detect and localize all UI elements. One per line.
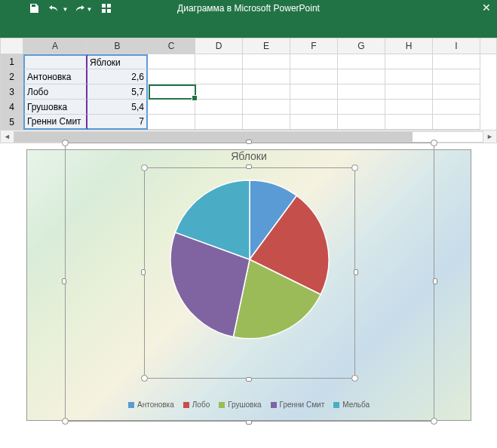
cell-c3[interactable] bbox=[148, 84, 195, 100]
resize-handle[interactable] bbox=[62, 418, 69, 425]
col-header-a[interactable]: A bbox=[23, 38, 87, 54]
row-header-5[interactable]: 5 bbox=[1, 115, 23, 130]
row-header-2[interactable]: 2 bbox=[1, 69, 23, 84]
resize-handle[interactable] bbox=[351, 164, 358, 171]
save-button[interactable] bbox=[23, 0, 45, 18]
cell[interactable] bbox=[433, 100, 480, 115]
col-header-d[interactable]: D bbox=[195, 38, 243, 54]
cell-c1[interactable] bbox=[148, 54, 195, 69]
scroll-right-arrow[interactable]: ► bbox=[483, 131, 496, 143]
cell-b3[interactable]: 5,7 bbox=[87, 84, 148, 100]
cell[interactable] bbox=[195, 84, 243, 100]
cell[interactable] bbox=[338, 54, 385, 69]
chart-legend[interactable]: АнтоновкаЛобоГрушовкаГренни СмитМельба bbox=[128, 400, 370, 409]
window-title: Диаграмма в Microsoft PowerPoint bbox=[177, 3, 320, 14]
cell[interactable] bbox=[243, 54, 290, 69]
legend-item[interactable]: Грушовка bbox=[219, 400, 261, 409]
legend-swatch bbox=[183, 402, 189, 408]
cell-b2[interactable]: 2,6 bbox=[87, 69, 148, 84]
resize-handle[interactable] bbox=[354, 269, 358, 275]
resize-handle[interactable] bbox=[62, 140, 69, 146]
cell[interactable] bbox=[243, 115, 290, 130]
col-header-b[interactable]: B bbox=[87, 38, 148, 54]
col-header-e[interactable]: E bbox=[243, 38, 290, 54]
cell-c2[interactable] bbox=[148, 69, 195, 84]
resize-handle[interactable] bbox=[431, 140, 437, 146]
cell[interactable] bbox=[385, 84, 433, 100]
cell[interactable] bbox=[338, 69, 385, 84]
cell[interactable] bbox=[195, 69, 243, 84]
cell[interactable] bbox=[433, 84, 480, 100]
undo-button[interactable]: ▼ bbox=[47, 0, 69, 18]
row-header-3[interactable]: 3 bbox=[1, 84, 23, 100]
resize-handle[interactable] bbox=[141, 164, 148, 171]
col-header-h[interactable]: H bbox=[385, 38, 433, 54]
cell[interactable] bbox=[195, 115, 243, 130]
select-all-corner[interactable] bbox=[1, 38, 23, 54]
qat-customize-button[interactable] bbox=[95, 0, 118, 18]
col-header-f[interactable]: F bbox=[290, 38, 338, 54]
legend-item[interactable]: Мельба bbox=[333, 400, 370, 409]
scroll-thumb[interactable] bbox=[14, 132, 413, 142]
cell-b1[interactable]: Яблоки bbox=[87, 54, 148, 69]
cell-a5[interactable]: Гренни Смит bbox=[23, 115, 87, 130]
cell[interactable] bbox=[338, 100, 385, 115]
cell[interactable] bbox=[290, 54, 338, 69]
resize-handle[interactable] bbox=[246, 140, 252, 144]
cell[interactable] bbox=[243, 69, 290, 84]
legend-item[interactable]: Антоновка bbox=[128, 400, 174, 409]
cell-b5[interactable]: 7 bbox=[87, 115, 148, 130]
resize-handle[interactable] bbox=[433, 278, 437, 284]
cell-c4[interactable] bbox=[148, 100, 195, 115]
cell-a4[interactable]: Грушовка bbox=[23, 100, 87, 115]
cell-a2[interactable]: Антоновка bbox=[23, 69, 87, 84]
resize-handle[interactable] bbox=[246, 377, 252, 382]
cell[interactable] bbox=[385, 100, 433, 115]
resize-handle[interactable] bbox=[246, 164, 252, 169]
cell[interactable] bbox=[433, 69, 480, 84]
scroll-left-arrow[interactable]: ◄ bbox=[1, 131, 14, 143]
cell[interactable] bbox=[385, 115, 433, 130]
slide[interactable]: Яблоки АнтоновкаЛобоГрушовкаГренни СмитМ… bbox=[26, 149, 471, 421]
cell[interactable] bbox=[290, 100, 338, 115]
col-header-g[interactable]: G bbox=[338, 38, 385, 54]
resize-handle[interactable] bbox=[431, 418, 437, 425]
chart-title[interactable]: Яблоки bbox=[231, 150, 267, 162]
cell[interactable] bbox=[195, 54, 243, 69]
cell[interactable] bbox=[433, 115, 480, 130]
row-header-1[interactable]: 1 bbox=[1, 54, 23, 69]
legend-item[interactable]: Лобо bbox=[183, 400, 210, 409]
cell[interactable] bbox=[290, 69, 338, 84]
resize-handle[interactable] bbox=[246, 420, 252, 425]
cell[interactable] bbox=[338, 84, 385, 100]
row-header-4[interactable]: 4 bbox=[1, 100, 23, 115]
col-header-i[interactable]: I bbox=[433, 38, 480, 54]
resize-handle[interactable] bbox=[141, 375, 148, 382]
cell[interactable] bbox=[195, 100, 243, 115]
resize-handle[interactable] bbox=[141, 269, 146, 275]
cell[interactable] bbox=[338, 115, 385, 130]
cell-b4[interactable]: 5,4 bbox=[87, 100, 148, 115]
cell-a1[interactable] bbox=[23, 54, 87, 69]
cell[interactable] bbox=[385, 69, 433, 84]
pie-chart[interactable] bbox=[167, 176, 333, 342]
quick-access-toolbar: ▼ ▼ bbox=[0, 0, 118, 18]
resize-handle[interactable] bbox=[62, 278, 66, 284]
cell[interactable] bbox=[290, 115, 338, 130]
cell[interactable] bbox=[433, 54, 480, 69]
cell-a3[interactable]: Лобо bbox=[23, 84, 87, 100]
legend-swatch bbox=[219, 402, 225, 408]
cell[interactable] bbox=[243, 100, 290, 115]
close-button[interactable]: ✕ bbox=[482, 2, 491, 14]
cell-c5[interactable] bbox=[148, 115, 195, 130]
col-header-c[interactable]: C bbox=[148, 38, 195, 54]
cell[interactable] bbox=[290, 84, 338, 100]
legend-item[interactable]: Гренни Смит bbox=[271, 400, 325, 409]
redo-button[interactable]: ▼ bbox=[71, 0, 94, 18]
save-icon bbox=[29, 3, 39, 16]
svg-rect-3 bbox=[107, 9, 111, 13]
resize-handle[interactable] bbox=[351, 375, 358, 382]
cell[interactable] bbox=[243, 84, 290, 100]
legend-swatch bbox=[271, 402, 277, 408]
cell[interactable] bbox=[385, 54, 433, 69]
